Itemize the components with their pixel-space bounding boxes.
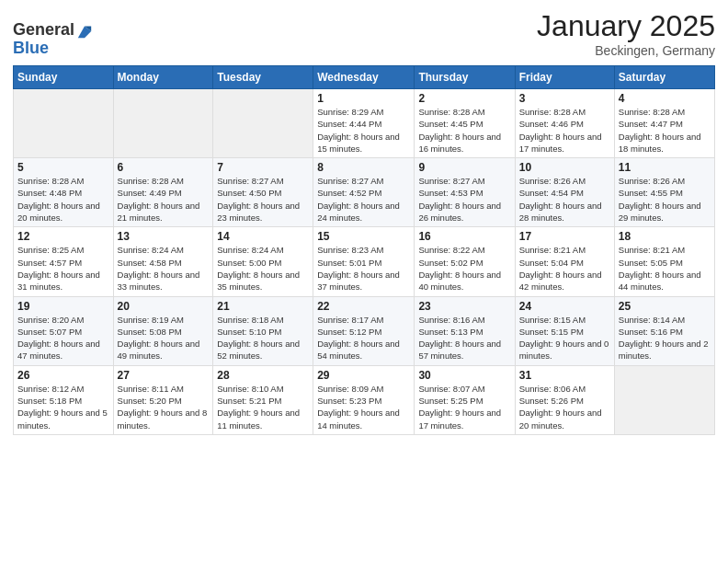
day-number: 24	[519, 300, 610, 313]
col-monday: Monday	[113, 66, 213, 89]
day-info: Sunrise: 8:27 AM Sunset: 4:52 PM Dayligh…	[317, 175, 410, 224]
day-cell	[14, 89, 114, 158]
week-row-4: 19Sunrise: 8:20 AM Sunset: 5:07 PM Dayli…	[14, 296, 715, 365]
day-cell: 11Sunrise: 8:26 AM Sunset: 4:55 PM Dayli…	[614, 158, 714, 227]
day-number: 4	[619, 92, 711, 105]
day-cell: 21Sunrise: 8:18 AM Sunset: 5:10 PM Dayli…	[213, 296, 313, 365]
day-cell: 15Sunrise: 8:23 AM Sunset: 5:01 PM Dayli…	[313, 227, 415, 296]
day-info: Sunrise: 8:19 AM Sunset: 5:08 PM Dayligh…	[118, 314, 210, 362]
day-number: 1	[317, 92, 410, 105]
day-info: Sunrise: 8:07 AM Sunset: 5:25 PM Dayligh…	[418, 383, 510, 431]
week-row-5: 26Sunrise: 8:12 AM Sunset: 5:18 PM Dayli…	[14, 365, 715, 434]
day-cell: 27Sunrise: 8:11 AM Sunset: 5:20 PM Dayli…	[113, 365, 213, 434]
day-info: Sunrise: 8:12 AM Sunset: 5:18 PM Dayligh…	[17, 383, 109, 431]
logo-blue: Blue	[13, 40, 93, 58]
logo: General Blue	[13, 21, 93, 58]
day-number: 8	[317, 161, 410, 174]
col-friday: Friday	[515, 66, 614, 89]
day-info: Sunrise: 8:28 AM Sunset: 4:47 PM Dayligh…	[619, 106, 711, 155]
day-cell: 3Sunrise: 8:28 AM Sunset: 4:46 PM Daylig…	[515, 89, 614, 158]
title-area: January 2025 Beckingen, Germany	[537, 9, 715, 58]
day-cell: 23Sunrise: 8:16 AM Sunset: 5:13 PM Dayli…	[415, 296, 515, 365]
day-number: 10	[519, 161, 610, 174]
day-cell: 12Sunrise: 8:25 AM Sunset: 4:57 PM Dayli…	[14, 227, 114, 296]
calendar-subtitle: Beckingen, Germany	[537, 43, 715, 58]
header-row: Sunday Monday Tuesday Wednesday Thursday…	[14, 66, 715, 89]
day-info: Sunrise: 8:17 AM Sunset: 5:12 PM Dayligh…	[317, 314, 410, 362]
day-number: 19	[17, 300, 109, 313]
day-cell: 31Sunrise: 8:06 AM Sunset: 5:26 PM Dayli…	[515, 365, 614, 434]
day-number: 6	[118, 161, 210, 174]
day-info: Sunrise: 8:23 AM Sunset: 5:01 PM Dayligh…	[317, 244, 410, 293]
day-number: 28	[217, 369, 309, 382]
week-row-3: 12Sunrise: 8:25 AM Sunset: 4:57 PM Dayli…	[14, 227, 715, 296]
day-info: Sunrise: 8:21 AM Sunset: 5:04 PM Dayligh…	[519, 244, 610, 293]
day-info: Sunrise: 8:20 AM Sunset: 5:07 PM Dayligh…	[17, 314, 109, 362]
day-cell: 19Sunrise: 8:20 AM Sunset: 5:07 PM Dayli…	[14, 296, 114, 365]
day-cell: 14Sunrise: 8:24 AM Sunset: 5:00 PM Dayli…	[213, 227, 313, 296]
day-info: Sunrise: 8:29 AM Sunset: 4:44 PM Dayligh…	[317, 106, 410, 155]
day-info: Sunrise: 8:25 AM Sunset: 4:57 PM Dayligh…	[17, 244, 109, 293]
day-number: 25	[619, 300, 711, 313]
logo-general: General	[13, 21, 74, 40]
day-cell: 18Sunrise: 8:21 AM Sunset: 5:05 PM Dayli…	[614, 227, 714, 296]
day-cell: 29Sunrise: 8:09 AM Sunset: 5:23 PM Dayli…	[313, 365, 415, 434]
day-cell: 20Sunrise: 8:19 AM Sunset: 5:08 PM Dayli…	[113, 296, 213, 365]
day-number: 15	[317, 230, 410, 243]
day-cell: 2Sunrise: 8:28 AM Sunset: 4:45 PM Daylig…	[415, 89, 515, 158]
day-number: 31	[519, 369, 610, 382]
day-cell: 28Sunrise: 8:10 AM Sunset: 5:21 PM Dayli…	[213, 365, 313, 434]
day-info: Sunrise: 8:09 AM Sunset: 5:23 PM Dayligh…	[317, 383, 410, 431]
day-info: Sunrise: 8:14 AM Sunset: 5:16 PM Dayligh…	[619, 314, 711, 362]
day-number: 21	[217, 300, 309, 313]
day-cell: 30Sunrise: 8:07 AM Sunset: 5:25 PM Dayli…	[415, 365, 515, 434]
day-info: Sunrise: 8:28 AM Sunset: 4:45 PM Dayligh…	[418, 106, 510, 155]
calendar-table: Sunday Monday Tuesday Wednesday Thursday…	[13, 65, 715, 435]
day-number: 5	[17, 161, 109, 174]
day-cell: 7Sunrise: 8:27 AM Sunset: 4:50 PM Daylig…	[213, 158, 313, 227]
day-info: Sunrise: 8:11 AM Sunset: 5:20 PM Dayligh…	[118, 383, 210, 431]
day-cell	[113, 89, 213, 158]
day-number: 20	[118, 300, 210, 313]
day-info: Sunrise: 8:21 AM Sunset: 5:05 PM Dayligh…	[619, 244, 711, 293]
day-cell: 25Sunrise: 8:14 AM Sunset: 5:16 PM Dayli…	[614, 296, 714, 365]
day-number: 13	[118, 230, 210, 243]
logo-icon	[76, 23, 93, 40]
day-info: Sunrise: 8:24 AM Sunset: 5:00 PM Dayligh…	[217, 244, 309, 293]
day-number: 17	[519, 230, 610, 243]
day-cell: 13Sunrise: 8:24 AM Sunset: 4:58 PM Dayli…	[113, 227, 213, 296]
day-number: 9	[418, 161, 510, 174]
day-info: Sunrise: 8:28 AM Sunset: 4:48 PM Dayligh…	[17, 175, 109, 224]
col-thursday: Thursday	[415, 66, 515, 89]
day-number: 7	[217, 161, 309, 174]
logo-text: General Blue	[13, 21, 93, 58]
day-number: 12	[17, 230, 109, 243]
day-cell: 17Sunrise: 8:21 AM Sunset: 5:04 PM Dayli…	[515, 227, 614, 296]
day-info: Sunrise: 8:15 AM Sunset: 5:15 PM Dayligh…	[519, 314, 610, 362]
day-info: Sunrise: 8:24 AM Sunset: 4:58 PM Dayligh…	[118, 244, 210, 293]
day-cell: 26Sunrise: 8:12 AM Sunset: 5:18 PM Dayli…	[14, 365, 114, 434]
day-number: 26	[17, 369, 109, 382]
day-cell	[213, 89, 313, 158]
week-row-2: 5Sunrise: 8:28 AM Sunset: 4:48 PM Daylig…	[14, 158, 715, 227]
day-cell: 22Sunrise: 8:17 AM Sunset: 5:12 PM Dayli…	[313, 296, 415, 365]
day-number: 14	[217, 230, 309, 243]
calendar-title: January 2025	[537, 9, 715, 43]
col-sunday: Sunday	[14, 66, 114, 89]
day-info: Sunrise: 8:18 AM Sunset: 5:10 PM Dayligh…	[217, 314, 309, 362]
day-cell: 9Sunrise: 8:27 AM Sunset: 4:53 PM Daylig…	[415, 158, 515, 227]
day-number: 30	[418, 369, 510, 382]
day-number: 23	[418, 300, 510, 313]
col-saturday: Saturday	[614, 66, 714, 89]
day-number: 27	[118, 369, 210, 382]
day-number: 29	[317, 369, 410, 382]
day-info: Sunrise: 8:28 AM Sunset: 4:49 PM Dayligh…	[118, 175, 210, 224]
day-cell: 6Sunrise: 8:28 AM Sunset: 4:49 PM Daylig…	[113, 158, 213, 227]
week-row-1: 1Sunrise: 8:29 AM Sunset: 4:44 PM Daylig…	[14, 89, 715, 158]
col-tuesday: Tuesday	[213, 66, 313, 89]
day-cell: 4Sunrise: 8:28 AM Sunset: 4:47 PM Daylig…	[614, 89, 714, 158]
day-info: Sunrise: 8:28 AM Sunset: 4:46 PM Dayligh…	[519, 106, 610, 155]
day-info: Sunrise: 8:22 AM Sunset: 5:02 PM Dayligh…	[418, 244, 510, 293]
day-cell: 5Sunrise: 8:28 AM Sunset: 4:48 PM Daylig…	[14, 158, 114, 227]
day-cell: 8Sunrise: 8:27 AM Sunset: 4:52 PM Daylig…	[313, 158, 415, 227]
